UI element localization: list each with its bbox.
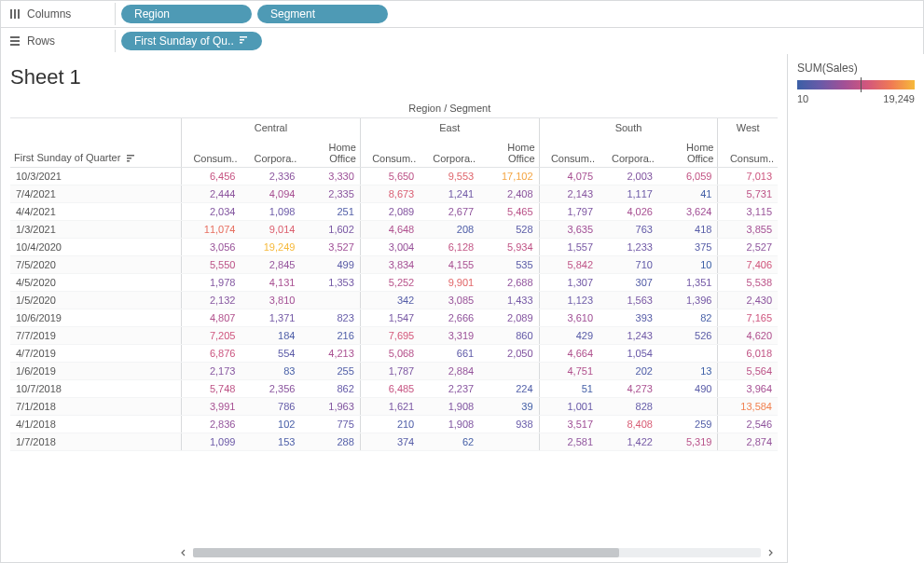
cell-value[interactable]: 2,527 <box>718 238 778 255</box>
table-row[interactable]: 10/4/20203,05619,2493,5273,0046,1285,934… <box>10 238 778 255</box>
cell-value[interactable]: 6,018 <box>718 344 778 362</box>
cell-value[interactable]: 4,751 <box>539 362 599 379</box>
cell-value[interactable]: 2,688 <box>479 273 539 291</box>
cell-value[interactable]: 19,249 <box>241 238 300 255</box>
cell-value[interactable]: 288 <box>300 433 360 450</box>
cell-value[interactable]: 860 <box>479 326 539 344</box>
cell-value[interactable]: 51 <box>539 379 599 397</box>
row-label[interactable]: 7/7/2019 <box>10 326 182 344</box>
cell-value[interactable]: 307 <box>599 273 658 291</box>
cell-value[interactable]: 3,056 <box>182 238 241 255</box>
cell-value[interactable]: 1,371 <box>241 309 300 326</box>
cell-value[interactable]: 3,610 <box>539 309 599 326</box>
cell-value[interactable]: 2,237 <box>420 379 479 397</box>
seg-header[interactable]: HomeOffice <box>658 137 718 167</box>
cell-value[interactable]: 251 <box>300 202 360 220</box>
table-row[interactable]: 1/5/20202,1323,8103423,0851,4331,1231,56… <box>10 291 778 309</box>
cell-value[interactable]: 9,553 <box>420 167 479 185</box>
cell-value[interactable]: 3,624 <box>658 202 718 220</box>
table-row[interactable]: 7/1/20183,9917861,9631,6211,908391,00182… <box>10 397 778 415</box>
table-row[interactable]: 4/1/20182,8361027752101,9089383,5178,408… <box>10 415 778 433</box>
cell-value[interactable]: 2,677 <box>420 202 479 220</box>
cell-value[interactable]: 828 <box>599 397 658 415</box>
pill-segment[interactable]: Segment <box>257 5 388 23</box>
cell-value[interactable]: 3,810 <box>241 291 300 309</box>
cell-value[interactable]: 862 <box>300 379 360 397</box>
cell-value[interactable]: 2,884 <box>420 362 479 379</box>
cell-value[interactable]: 2,003 <box>599 167 658 185</box>
seg-header[interactable]: Consum.. <box>182 137 241 167</box>
cell-value[interactable]: 2,089 <box>360 202 420 220</box>
table-row[interactable]: 7/7/20197,2051842167,6953,3198604291,243… <box>10 326 778 344</box>
cell-value[interactable]: 4,026 <box>599 202 658 220</box>
table-row[interactable]: 1/6/20192,173832551,7872,8844,751202135,… <box>10 362 778 379</box>
table-row[interactable]: 4/5/20201,9784,1311,3535,2529,9012,6881,… <box>10 273 778 291</box>
cell-value[interactable]: 255 <box>300 362 360 379</box>
cell-value[interactable]: 526 <box>658 326 718 344</box>
scroll-track[interactable] <box>193 548 761 557</box>
cell-value[interactable]: 775 <box>300 415 360 433</box>
color-legend[interactable]: SUM(Sales) 10 19,249 <box>788 54 924 563</box>
cell-value[interactable]: 490 <box>658 379 718 397</box>
columns-pill-area[interactable]: Region Segment <box>115 3 919 25</box>
cell-value[interactable]: 1,098 <box>241 202 300 220</box>
cell-value[interactable]: 1,908 <box>420 397 479 415</box>
cell-value[interactable]: 5,068 <box>360 344 420 362</box>
cell-value[interactable]: 102 <box>241 415 300 433</box>
cell-value[interactable]: 4,213 <box>300 344 360 362</box>
row-label[interactable]: 4/4/2021 <box>10 202 182 220</box>
cell-value[interactable]: 202 <box>599 362 658 379</box>
row-label[interactable]: 1/5/2020 <box>10 291 182 309</box>
cell-value[interactable]: 1,123 <box>539 291 599 309</box>
cell-value[interactable]: 3,004 <box>360 238 420 255</box>
cell-value[interactable] <box>658 344 718 362</box>
seg-header[interactable]: Consum.. <box>539 137 599 167</box>
cell-value[interactable]: 6,876 <box>182 344 241 362</box>
cell-value[interactable]: 4,155 <box>420 255 479 273</box>
cell-value[interactable]: 2,845 <box>241 255 300 273</box>
cell-value[interactable]: 208 <box>420 220 479 238</box>
cell-value[interactable]: 5,319 <box>658 433 718 450</box>
row-label[interactable]: 1/7/2018 <box>10 433 182 450</box>
cell-value[interactable]: 499 <box>300 255 360 273</box>
columns-shelf[interactable]: Columns Region Segment <box>0 0 924 27</box>
cell-value[interactable]: 374 <box>360 433 420 450</box>
cell-value[interactable]: 1,243 <box>599 326 658 344</box>
cell-value[interactable] <box>300 291 360 309</box>
cell-value[interactable]: 2,836 <box>182 415 241 433</box>
cell-value[interactable]: 1,307 <box>539 273 599 291</box>
seg-header[interactable]: HomeOffice <box>300 137 360 167</box>
cell-value[interactable]: 13 <box>658 362 718 379</box>
cell-value[interactable]: 535 <box>479 255 539 273</box>
cell-value[interactable]: 153 <box>241 433 300 450</box>
cell-value[interactable]: 4,094 <box>241 185 300 202</box>
table-row[interactable]: 4/7/20196,8765544,2135,0686612,0504,6641… <box>10 344 778 362</box>
row-label[interactable]: 4/1/2018 <box>10 415 182 433</box>
cell-value[interactable]: 429 <box>539 326 599 344</box>
cell-value[interactable]: 2,173 <box>182 362 241 379</box>
region-header-east[interactable]: East <box>360 118 539 138</box>
cell-value[interactable]: 17,102 <box>479 167 539 185</box>
cell-value[interactable]: 2,034 <box>182 202 241 220</box>
cell-value[interactable]: 418 <box>658 220 718 238</box>
cell-value[interactable]: 224 <box>479 379 539 397</box>
cell-value[interactable]: 7,205 <box>182 326 241 344</box>
cell-value[interactable]: 5,748 <box>182 379 241 397</box>
row-label[interactable]: 10/3/2021 <box>10 167 182 185</box>
region-header-south[interactable]: South <box>539 118 718 138</box>
cell-value[interactable]: 5,252 <box>360 273 420 291</box>
cell-value[interactable]: 786 <box>241 397 300 415</box>
rows-pill-area[interactable]: First Sunday of Qu.. <box>115 30 919 52</box>
cell-value[interactable]: 1,621 <box>360 397 420 415</box>
row-label[interactable]: 4/7/2019 <box>10 344 182 362</box>
cell-value[interactable]: 3,115 <box>718 202 778 220</box>
cell-value[interactable]: 1,563 <box>599 291 658 309</box>
cell-value[interactable]: 823 <box>300 309 360 326</box>
cell-value[interactable]: 5,550 <box>182 255 241 273</box>
cell-value[interactable]: 1,433 <box>479 291 539 309</box>
cell-value[interactable]: 2,581 <box>539 433 599 450</box>
cell-value[interactable]: 2,335 <box>300 185 360 202</box>
cell-value[interactable]: 9,014 <box>241 220 300 238</box>
cell-value[interactable]: 1,117 <box>599 185 658 202</box>
cell-value[interactable]: 5,538 <box>718 273 778 291</box>
